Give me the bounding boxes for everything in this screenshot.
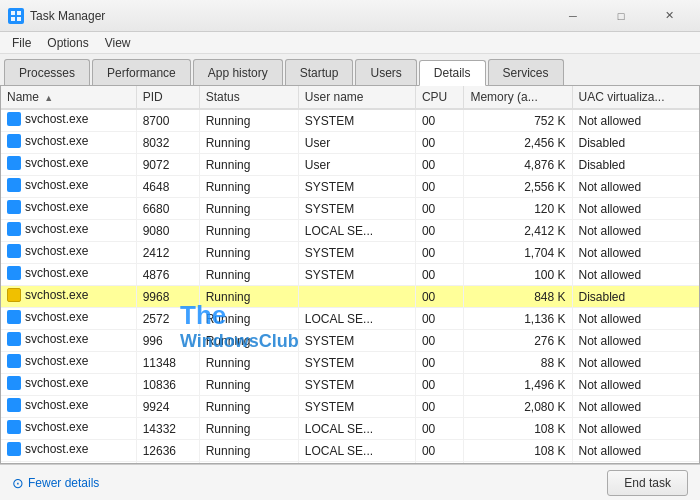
table-row[interactable]: svchost.exe 996 Running SYSTEM 00 276 K … bbox=[1, 330, 699, 352]
maximize-button[interactable]: □ bbox=[598, 0, 644, 32]
table-row[interactable]: svchost.exe 13012 Running LOCAL SE... 00… bbox=[1, 462, 699, 464]
cell-cpu: 00 bbox=[415, 462, 463, 464]
cell-username: SYSTEM bbox=[298, 176, 415, 198]
table-row[interactable]: svchost.exe 12636 Running LOCAL SE... 00… bbox=[1, 440, 699, 462]
cell-cpu: 00 bbox=[415, 132, 463, 154]
table-row[interactable]: svchost.exe 4876 Running SYSTEM 00 100 K… bbox=[1, 264, 699, 286]
cell-cpu: 00 bbox=[415, 418, 463, 440]
cell-name: svchost.exe bbox=[1, 352, 136, 374]
cell-cpu: 00 bbox=[415, 109, 463, 132]
table-row[interactable]: svchost.exe 10836 Running SYSTEM 00 1,49… bbox=[1, 374, 699, 396]
cell-pid: 2572 bbox=[136, 308, 199, 330]
cell-username: LOCAL SE... bbox=[298, 440, 415, 462]
cell-cpu: 00 bbox=[415, 176, 463, 198]
menu-file[interactable]: File bbox=[4, 32, 39, 53]
cell-cpu: 00 bbox=[415, 396, 463, 418]
cell-uac: Not allowed bbox=[572, 264, 699, 286]
cell-memory: 1,704 K bbox=[464, 242, 572, 264]
cell-cpu: 00 bbox=[415, 374, 463, 396]
cell-memory: 1,496 K bbox=[464, 374, 572, 396]
cell-name: svchost.exe bbox=[1, 330, 136, 352]
cell-cpu: 00 bbox=[415, 242, 463, 264]
tabs-bar: Processes Performance App history Startu… bbox=[0, 54, 700, 86]
col-cpu[interactable]: CPU bbox=[415, 86, 463, 109]
cell-username: SYSTEM bbox=[298, 396, 415, 418]
cell-status: Running bbox=[199, 109, 298, 132]
cell-username bbox=[298, 286, 415, 308]
title-bar-left: Task Manager bbox=[8, 8, 105, 24]
cell-status: Running bbox=[199, 352, 298, 374]
table-row[interactable]: svchost.exe 6680 Running SYSTEM 00 120 K… bbox=[1, 198, 699, 220]
tab-services[interactable]: Services bbox=[488, 59, 564, 85]
table-row[interactable]: svchost.exe 2412 Running SYSTEM 00 1,704… bbox=[1, 242, 699, 264]
tab-app-history[interactable]: App history bbox=[193, 59, 283, 85]
menu-view[interactable]: View bbox=[97, 32, 139, 53]
menu-options[interactable]: Options bbox=[39, 32, 96, 53]
table-row[interactable]: svchost.exe 8700 Running SYSTEM 00 752 K… bbox=[1, 109, 699, 132]
tab-performance[interactable]: Performance bbox=[92, 59, 191, 85]
end-task-button[interactable]: End task bbox=[607, 470, 688, 496]
table-row[interactable]: svchost.exe 9968 Running 00 848 K Disabl… bbox=[1, 286, 699, 308]
col-status[interactable]: Status bbox=[199, 86, 298, 109]
cell-uac: Not allowed bbox=[572, 198, 699, 220]
cell-username: User bbox=[298, 154, 415, 176]
cell-status: Running bbox=[199, 308, 298, 330]
tab-processes[interactable]: Processes bbox=[4, 59, 90, 85]
fewer-details-button[interactable]: ⊙ Fewer details bbox=[12, 475, 99, 491]
close-button[interactable]: ✕ bbox=[646, 0, 692, 32]
tab-details[interactable]: Details bbox=[419, 60, 486, 86]
table-row[interactable]: svchost.exe 11348 Running SYSTEM 00 88 K… bbox=[1, 352, 699, 374]
tab-users[interactable]: Users bbox=[355, 59, 416, 85]
table-row[interactable]: svchost.exe 9080 Running LOCAL SE... 00 … bbox=[1, 220, 699, 242]
col-memory[interactable]: Memory (a... bbox=[464, 86, 572, 109]
cell-memory: 860 K bbox=[464, 462, 572, 464]
cell-status: Running bbox=[199, 286, 298, 308]
table-row[interactable]: svchost.exe 4648 Running SYSTEM 00 2,556… bbox=[1, 176, 699, 198]
cell-username: LOCAL SE... bbox=[298, 418, 415, 440]
col-pid[interactable]: PID bbox=[136, 86, 199, 109]
process-icon bbox=[7, 310, 21, 324]
cell-name: svchost.exe bbox=[1, 154, 136, 176]
process-icon bbox=[7, 266, 21, 280]
cell-name: svchost.exe bbox=[1, 242, 136, 264]
process-table-container[interactable]: Name ▲ PID Status User name CPU Memory (… bbox=[1, 86, 699, 463]
cell-name: svchost.exe bbox=[1, 264, 136, 286]
table-row[interactable]: svchost.exe 2572 Running LOCAL SE... 00 … bbox=[1, 308, 699, 330]
cell-pid: 8032 bbox=[136, 132, 199, 154]
tab-startup[interactable]: Startup bbox=[285, 59, 354, 85]
svg-rect-2 bbox=[11, 17, 15, 21]
cell-uac: Not allowed bbox=[572, 374, 699, 396]
cell-username: User bbox=[298, 132, 415, 154]
table-row[interactable]: svchost.exe 9924 Running SYSTEM 00 2,080… bbox=[1, 396, 699, 418]
process-icon bbox=[7, 134, 21, 148]
cell-pid: 6680 bbox=[136, 198, 199, 220]
table-row[interactable]: svchost.exe 9072 Running User 00 4,876 K… bbox=[1, 154, 699, 176]
col-username[interactable]: User name bbox=[298, 86, 415, 109]
col-uac[interactable]: UAC virtualiza... bbox=[572, 86, 699, 109]
cell-status: Running bbox=[199, 176, 298, 198]
window-title: Task Manager bbox=[30, 9, 105, 23]
fewer-details-label: Fewer details bbox=[28, 476, 99, 490]
process-icon bbox=[7, 376, 21, 390]
cell-name: svchost.exe bbox=[1, 462, 136, 464]
cell-memory: 2,080 K bbox=[464, 396, 572, 418]
table-row[interactable]: svchost.exe 14332 Running LOCAL SE... 00… bbox=[1, 418, 699, 440]
col-name[interactable]: Name ▲ bbox=[1, 86, 136, 109]
cell-pid: 13012 bbox=[136, 462, 199, 464]
cell-memory: 108 K bbox=[464, 418, 572, 440]
cell-uac: Not allowed bbox=[572, 440, 699, 462]
process-icon bbox=[7, 354, 21, 368]
cell-username: SYSTEM bbox=[298, 198, 415, 220]
cell-memory: 2,556 K bbox=[464, 176, 572, 198]
cell-uac: Not allowed bbox=[572, 418, 699, 440]
table-row[interactable]: svchost.exe 8032 Running User 00 2,456 K… bbox=[1, 132, 699, 154]
cell-cpu: 00 bbox=[415, 154, 463, 176]
cell-uac: Not allowed bbox=[572, 396, 699, 418]
cell-memory: 100 K bbox=[464, 264, 572, 286]
cell-pid: 9968 bbox=[136, 286, 199, 308]
cell-cpu: 00 bbox=[415, 352, 463, 374]
cell-uac: Not allowed bbox=[572, 109, 699, 132]
cell-username: SYSTEM bbox=[298, 242, 415, 264]
minimize-button[interactable]: ─ bbox=[550, 0, 596, 32]
table-body: svchost.exe 8700 Running SYSTEM 00 752 K… bbox=[1, 109, 699, 463]
